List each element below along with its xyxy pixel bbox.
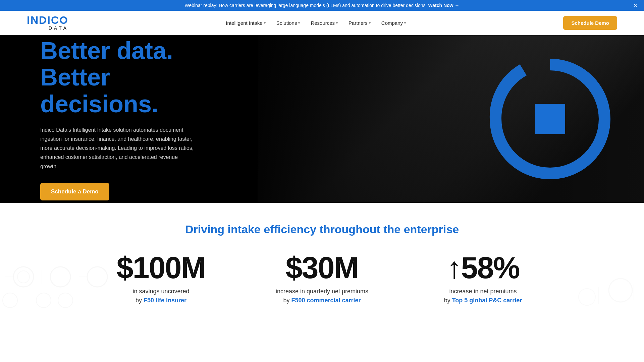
logo-indico: INDICO	[27, 14, 68, 26]
stat-value-net-premiums: ↑58%	[446, 253, 519, 283]
decorative-dots-left	[0, 257, 127, 325]
nav-item-intelligent-intake[interactable]: Intelligent Intake ▾	[226, 20, 265, 26]
close-banner-button[interactable]: ×	[633, 2, 637, 9]
hero-description: Indico Data's Intelligent Intake solutio…	[40, 125, 195, 171]
stat-desc-net-premiums: increase in net premiums by Top 5 global…	[444, 287, 522, 305]
stat-link-f50[interactable]: F50 life insurer	[144, 297, 186, 304]
stat-link-top5[interactable]: Top 5 global P&C carrier	[452, 297, 522, 304]
logo[interactable]: INDICO DATA	[27, 15, 68, 31]
svg-point-4	[87, 267, 107, 287]
chevron-down-icon: ▾	[298, 21, 300, 25]
nav-item-company[interactable]: Company ▾	[381, 20, 406, 26]
svg-point-7	[58, 293, 73, 308]
stat-desc-savings: in savings uncovered by F50 life insurer	[132, 287, 189, 305]
stat-desc-premiums: increase in quarterly net premiums by F5…	[276, 287, 368, 305]
announcement-text: Webinar replay: How carriers are leverag…	[185, 3, 426, 8]
stat-value-premiums: $30M	[285, 253, 358, 283]
hero-content: Better data. Better decisions. Indico Da…	[0, 35, 235, 203]
hero-section: Better data. Better decisions. Indico Da…	[0, 35, 644, 203]
svg-point-5	[3, 293, 17, 308]
chevron-down-icon: ▾	[404, 21, 406, 25]
chevron-down-icon: ▾	[369, 21, 371, 25]
stat-item-net-premiums: ↑58% increase in net premiums by Top 5 g…	[409, 253, 557, 305]
stats-grid: $100M in savings uncovered by F50 life i…	[87, 253, 557, 305]
svg-rect-0	[535, 104, 565, 134]
stat-link-f500[interactable]: F500 commercial carrier	[291, 297, 361, 304]
blue-ring-graphic	[483, 52, 617, 186]
nav-links: Intelligent Intake ▾ Solutions ▾ Resourc…	[226, 20, 406, 26]
svg-point-3	[50, 267, 70, 287]
svg-point-6	[36, 293, 51, 308]
nav-item-resources[interactable]: Resources ▾	[311, 20, 338, 26]
chevron-down-icon: ▾	[336, 21, 338, 25]
stat-value-savings: $100M	[116, 253, 205, 283]
stats-section-title: Driving intake efficiency throughout the…	[27, 223, 617, 236]
announcement-banner: Webinar replay: How carriers are leverag…	[0, 0, 644, 11]
svg-point-2	[17, 271, 30, 283]
decorative-dots-right	[543, 263, 644, 332]
hero-cta-button[interactable]: Schedule a Demo	[40, 183, 109, 200]
hero-title: Better data. Better decisions.	[40, 38, 195, 117]
nav-item-solutions[interactable]: Solutions ▾	[276, 20, 300, 26]
svg-point-1	[13, 267, 34, 287]
schedule-demo-nav-button[interactable]: Schedule Demo	[563, 16, 617, 30]
svg-point-12	[579, 289, 595, 305]
svg-point-11	[609, 279, 632, 302]
stat-item-premiums: $30M increase in quarterly net premiums …	[248, 253, 396, 305]
stats-section: Driving intake efficiency throughout the…	[0, 203, 644, 332]
chevron-down-icon: ▾	[264, 21, 266, 25]
nav-item-partners[interactable]: Partners ▾	[348, 20, 371, 26]
logo-data: DATA	[27, 25, 68, 31]
navbar: INDICO DATA Intelligent Intake ▾ Solutio…	[0, 11, 644, 35]
announcement-cta[interactable]: Watch Now →	[428, 3, 460, 8]
